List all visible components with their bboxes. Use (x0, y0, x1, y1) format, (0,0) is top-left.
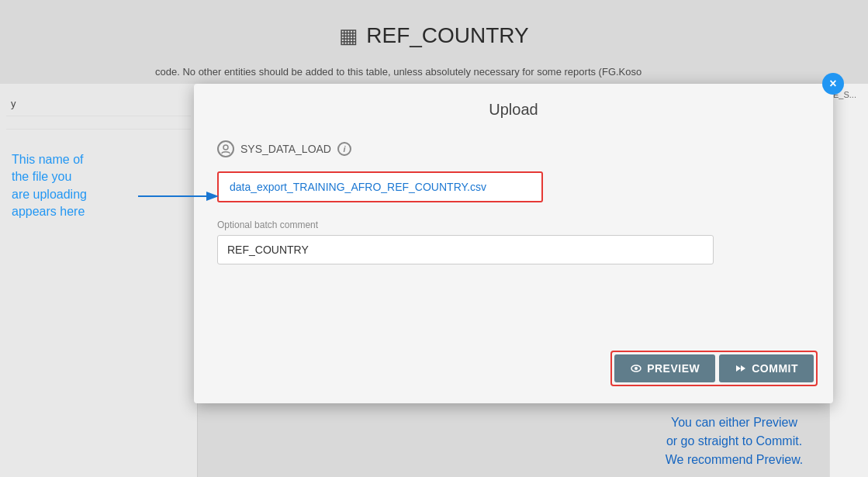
annotation-left: This name of the file you are uploading … (12, 151, 147, 221)
comment-label: Optional batch comment (217, 219, 810, 230)
annotation-bottom-line1: You can either Preview (671, 416, 797, 429)
preview-button[interactable]: PREVIEW (614, 354, 715, 382)
file-name-text: data_export_TRAINING_AFRO_REF_COUNTRY.cs… (230, 181, 486, 193)
modal-title: Upload (194, 84, 833, 133)
annotation-line1: This name of (12, 153, 83, 166)
commit-icon (735, 362, 747, 375)
sidebar-item-label-1: y (11, 98, 16, 109)
user-icon (217, 140, 234, 157)
annotation-line2: the file you (12, 170, 71, 183)
upload-modal: × Upload SYS_DATA_LOAD i data_export_TRA… (194, 84, 833, 403)
sidebar-partial: y (0, 84, 198, 477)
commit-button-label: COMMIT (752, 362, 798, 375)
info-icon[interactable]: i (337, 142, 351, 156)
svg-point-0 (223, 145, 228, 150)
svg-marker-3 (736, 365, 741, 372)
annotation-line4: appears here (12, 205, 85, 218)
annotation-bottom-line3: We recommend Preview. (666, 453, 804, 466)
annotation-bottom-line2: or go straight to Commit. (666, 434, 802, 448)
annotation-arrow (138, 185, 223, 208)
modal-body: SYS_DATA_LOAD i data_export_TRAINING_AFR… (194, 133, 833, 280)
action-buttons-row: PREVIEW COMMIT (610, 351, 818, 386)
annotation-line3: are uploading (12, 188, 87, 201)
file-name-display: data_export_TRAINING_AFRO_REF_COUNTRY.cs… (217, 171, 543, 202)
preview-button-label: PREVIEW (647, 362, 700, 375)
sidebar-row-1[interactable]: y (6, 92, 191, 116)
user-row: SYS_DATA_LOAD i (217, 140, 810, 157)
user-label: SYS_DATA_LOAD (240, 143, 331, 155)
buttons-highlight-box: PREVIEW COMMIT (610, 351, 818, 386)
commit-button[interactable]: COMMIT (719, 354, 814, 382)
svg-marker-4 (741, 365, 745, 372)
close-icon: × (829, 77, 836, 91)
sidebar-row-2[interactable] (6, 116, 191, 130)
batch-comment-input[interactable] (217, 235, 714, 264)
modal-close-button[interactable]: × (822, 73, 844, 95)
annotation-bottom-right: You can either Preview or go straight to… (620, 413, 849, 469)
eye-icon (630, 362, 642, 375)
svg-point-2 (635, 367, 638, 370)
